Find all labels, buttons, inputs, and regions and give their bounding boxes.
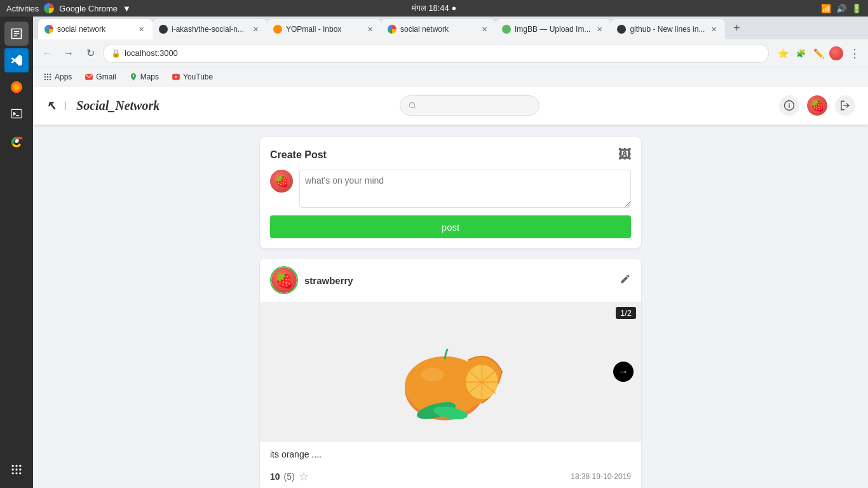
post-avatar[interactable]: 🍓 (270, 266, 298, 294)
tab-social-network-active[interactable]: social network ✕ (38, 19, 153, 39)
logout-icon[interactable] (835, 95, 855, 116)
user-avatar[interactable]: 🍓 (807, 95, 827, 116)
tab-favicon-5 (502, 25, 511, 34)
volume-icon: 🔊 (836, 4, 846, 13)
tab-github-lines[interactable]: github - New lines in... ✕ (611, 19, 725, 39)
info-icon[interactable] (779, 95, 799, 116)
tab-github-repo[interactable]: i-akash/the-social-n... ✕ (153, 19, 267, 39)
tab-label-1: social network (57, 25, 132, 34)
svg-point-15 (50, 73, 51, 74)
app-header: ↖ | Social_Network 🍓 (33, 86, 868, 125)
ext-icon-pencil[interactable]: ✏️ (811, 46, 826, 61)
search-box[interactable] (400, 95, 539, 116)
post-timestamp: 18:38 19-10-2019 (571, 472, 631, 481)
svg-point-17 (47, 76, 48, 77)
tab-label-6: github - New lines in... (630, 25, 705, 34)
post-caption: its orange .... (260, 442, 641, 464)
svg-point-9 (19, 468, 21, 470)
forward-button[interactable]: → (60, 44, 78, 62)
svg-point-24 (409, 102, 414, 107)
tab-favicon-chrome (44, 25, 53, 34)
header-icons: 🍓 (779, 95, 855, 116)
wifi-icon: 📶 (821, 4, 831, 13)
post-user: 🍓 strawberry (270, 266, 353, 294)
image-upload-icon[interactable]: 🖼 (618, 147, 631, 162)
back-button[interactable]: ← (38, 44, 56, 62)
tab-favicon-3 (273, 25, 282, 34)
browser-extensions: ⭐ 🧩 ✏️ ⋮ (775, 46, 863, 61)
tab-favicon-6 (617, 25, 626, 34)
search-input[interactable] (417, 101, 531, 111)
create-post-header: Create Post 🖼 (270, 147, 631, 162)
post-username[interactable]: strawberry (304, 275, 353, 286)
bookmark-gmail[interactable]: Gmail (82, 71, 118, 83)
tab-close-1[interactable]: ✕ (136, 24, 146, 34)
tab-imgbb[interactable]: ImgBB — Upload Im... ✕ (496, 19, 611, 39)
image-counter: 1/2 (616, 307, 636, 319)
create-post-body: 🍓 (270, 170, 631, 208)
tab-close-6[interactable]: ✕ (709, 24, 719, 34)
post-image-container: 1/2 (260, 302, 641, 442)
taskbar-terminal[interactable] (4, 102, 29, 126)
svg-point-13 (44, 73, 46, 74)
svg-point-28 (421, 368, 444, 382)
header-search (159, 95, 779, 116)
bookmark-youtube[interactable]: YouTube (169, 71, 215, 83)
url-text: localhost:3000 (125, 48, 761, 58)
tab-close-5[interactable]: ✕ (594, 24, 604, 34)
activities-label[interactable]: Activities (6, 4, 39, 13)
tab-label-5: ImgBB — Upload Im... (515, 25, 590, 34)
browser-menu-button[interactable]: ⋮ (846, 46, 863, 60)
search-icon (408, 101, 417, 110)
post-textarea[interactable] (299, 170, 631, 208)
reload-button[interactable]: ↻ (81, 44, 99, 62)
new-tab-button[interactable]: + (728, 19, 745, 37)
taskbar (0, 17, 33, 488)
browser-name[interactable]: Google Chrome (59, 4, 118, 13)
create-post-title: Create Post (270, 149, 327, 161)
svg-point-7 (12, 468, 14, 470)
tab-close-4[interactable]: ✕ (479, 24, 489, 34)
svg-point-20 (47, 78, 48, 79)
svg-point-11 (15, 472, 17, 474)
bookmark-maps[interactable]: Maps (126, 71, 161, 83)
star-icon[interactable]: ☆ (299, 470, 309, 484)
post-button[interactable]: post (270, 215, 631, 238)
tab-yopmail[interactable]: YOPmail - Inbox ✕ (267, 19, 381, 39)
address-bar[interactable]: 🔒 localhost:3000 (103, 44, 769, 63)
post-image (393, 315, 508, 429)
tab-favicon-4 (388, 25, 397, 34)
tab-favicon-2 (159, 25, 168, 34)
tab-label-4: social network (400, 25, 475, 34)
ext-icon-puzzle[interactable]: 🧩 (793, 46, 808, 61)
svg-point-16 (44, 76, 46, 77)
logo-text: Social_Network (76, 98, 159, 113)
post-header: 🍓 strawberry (260, 259, 641, 302)
tab-label-3: YOPmail - Inbox (286, 25, 361, 34)
user-avatar-icon[interactable] (829, 46, 844, 61)
os-time: मंगल 18:44 (412, 3, 449, 13)
bookmark-gmail-label: Gmail (96, 72, 116, 81)
taskbar-firefox[interactable] (4, 75, 29, 99)
tab-social-network-2[interactable]: social network ✕ (381, 19, 496, 39)
tab-bar: social network ✕ i-akash/the-social-n...… (33, 17, 868, 39)
taskbar-chrome[interactable] (4, 128, 29, 152)
dropdown-arrow[interactable]: ▼ (123, 4, 131, 13)
tab-close-2[interactable]: ✕ (250, 24, 261, 34)
svg-point-5 (15, 465, 17, 467)
feed-container: Create Post 🖼 🍓 post 🍓 (260, 137, 641, 488)
bookmark-apps[interactable]: Apps (41, 71, 74, 83)
bookmark-youtube-label: YouTube (183, 72, 213, 81)
taskbar-vscode[interactable] (4, 48, 29, 72)
svg-point-8 (15, 468, 17, 470)
taskbar-files[interactable] (4, 22, 29, 46)
post-footer: 10 (5) ☆ 18:38 19-10-2019 (260, 464, 641, 488)
post-edit-icon[interactable] (620, 273, 631, 287)
tab-close-3[interactable]: ✕ (365, 24, 375, 34)
likes-count: 10 (270, 471, 280, 482)
next-image-button[interactable]: → (613, 362, 634, 382)
bookmark-star-icon[interactable]: ⭐ (775, 46, 790, 61)
svg-point-6 (19, 465, 21, 467)
taskbar-apps[interactable] (4, 458, 29, 482)
bookmarks-bar: Apps Gmail Maps YouTube (33, 67, 868, 86)
